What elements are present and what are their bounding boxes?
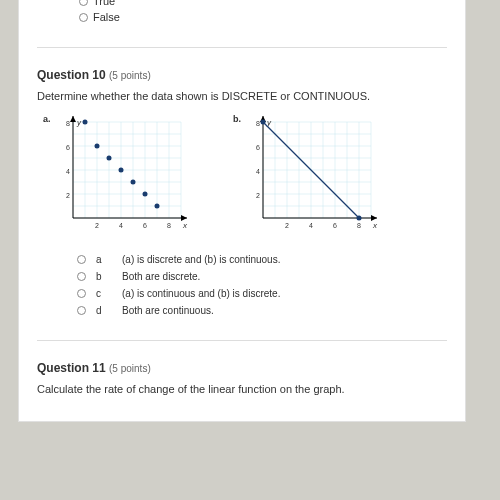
svg-marker-20 [70,116,76,122]
question-title-text: Question 10 [37,68,106,82]
svg-point-36 [119,168,124,173]
question-title: Question 10 (5 points) [37,68,447,82]
svg-text:2: 2 [95,222,99,229]
prev-option-true[interactable]: True [79,0,447,7]
svg-text:2: 2 [66,192,70,199]
svg-text:x: x [182,221,188,230]
option-c[interactable]: c (a) is continuous and (b) is discrete. [77,288,447,299]
option-text: Both are discrete. [122,271,200,282]
option-text: Both are continuous. [122,305,214,316]
svg-text:4: 4 [119,222,123,229]
svg-text:x: x [372,221,378,230]
radio-icon [77,306,86,315]
svg-point-34 [95,144,100,149]
chart-a-label: a. [43,114,51,124]
svg-point-74 [261,120,266,125]
divider [37,340,447,341]
chart-b-svg: y x 2 4 6 8 2 4 6 8 [245,116,385,236]
chart-b: b. y x 2 4 6 [245,116,385,236]
svg-point-33 [83,120,88,125]
question-10: Question 10 (5 points) Determine whether… [37,68,447,316]
svg-text:8: 8 [167,222,171,229]
svg-text:6: 6 [66,144,70,151]
divider [37,47,447,48]
radio-icon [77,272,86,281]
svg-text:2: 2 [256,192,260,199]
question-prompt: Calculate the rate of change of the line… [37,383,447,395]
option-letter: d [96,305,110,316]
q10-options: a (a) is discrete and (b) is continuous.… [77,254,447,316]
svg-text:6: 6 [333,222,337,229]
svg-text:2: 2 [285,222,289,229]
chart-a-svg: y x 2 4 6 8 2 4 6 8 [55,116,195,236]
svg-point-75 [357,216,362,221]
svg-text:4: 4 [309,222,313,229]
radio-icon [77,289,86,298]
option-letter: c [96,288,110,299]
question-points: (5 points) [109,363,151,374]
question-title-text: Question 11 [37,361,106,375]
chart-a: a. y x 2 4 6 [55,116,195,236]
svg-point-37 [131,180,136,185]
question-title: Question 11 (5 points) [37,361,447,375]
option-a[interactable]: a (a) is discrete and (b) is continuous. [77,254,447,265]
svg-text:6: 6 [256,144,260,151]
svg-text:8: 8 [256,120,260,127]
svg-text:8: 8 [357,222,361,229]
option-letter: a [96,254,110,265]
prev-option-label: False [93,11,120,23]
prev-question-options: True False [37,0,447,23]
radio-icon [77,255,86,264]
prev-option-label: True [93,0,115,7]
question-points: (5 points) [109,70,151,81]
svg-text:6: 6 [143,222,147,229]
prev-option-false[interactable]: False [79,11,447,23]
chart-b-label: b. [233,114,241,124]
radio-icon [79,13,88,22]
svg-point-35 [107,156,112,161]
question-11: Question 11 (5 points) Calculate the rat… [37,361,447,395]
option-text: (a) is continuous and (b) is discrete. [122,288,280,299]
svg-text:y: y [76,118,82,127]
radio-icon [79,0,88,6]
quiz-page: True False Question 10 (5 points) Determ… [18,0,466,422]
svg-point-38 [143,192,148,197]
option-letter: b [96,271,110,282]
option-b[interactable]: b Both are discrete. [77,271,447,282]
charts-row: a. y x 2 4 6 [55,116,447,236]
svg-text:8: 8 [66,120,70,127]
svg-text:4: 4 [256,168,260,175]
question-prompt: Determine whether the data shown is DISC… [37,90,447,102]
option-d[interactable]: d Both are continuous. [77,305,447,316]
option-text: (a) is discrete and (b) is continuous. [122,254,280,265]
svg-text:4: 4 [66,168,70,175]
svg-point-39 [155,204,160,209]
